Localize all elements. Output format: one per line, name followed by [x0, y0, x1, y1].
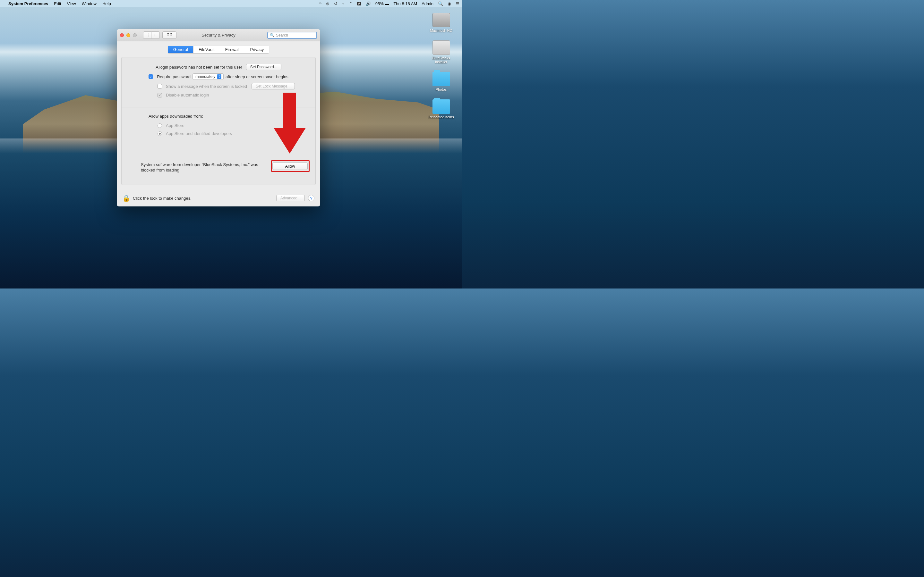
- creative-cloud-icon[interactable]: ⊚: [326, 1, 330, 6]
- wifi-icon[interactable]: ⌃: [349, 1, 352, 6]
- notification-center-icon[interactable]: ☰: [456, 1, 459, 6]
- tab-privacy[interactable]: Privacy: [245, 46, 270, 53]
- spotlight-icon[interactable]: 🔍: [438, 1, 443, 6]
- icon-label: Photos: [436, 87, 447, 91]
- search-icon: 🔍: [270, 33, 275, 37]
- chevron-updown-icon: ▲▼: [217, 74, 221, 79]
- blocked-software-message: System software from developer “BlueStac…: [141, 162, 263, 173]
- window-footer: 🔒 Click the lock to make changes. Advanc…: [117, 190, 320, 206]
- hard-drive-icon: [433, 13, 450, 27]
- password-delay-select[interactable]: immediately ▲▼: [192, 73, 224, 80]
- menu-view[interactable]: View: [67, 1, 76, 6]
- desktop-icon-macintosh-hd[interactable]: Macintosh HD: [427, 13, 456, 32]
- zoom-window-button: [133, 33, 137, 37]
- menubar: System Preferences Edit View Window Help…: [0, 0, 462, 7]
- menu-edit[interactable]: Edit: [54, 1, 61, 6]
- clock[interactable]: Thu 8:18 AM: [393, 1, 417, 6]
- show-message-checkbox: [158, 84, 162, 89]
- login-password-message: A login password has not been set for th…: [156, 65, 242, 69]
- input-source-icon[interactable]: A: [357, 2, 361, 5]
- annotation-arrow-icon: [274, 93, 306, 157]
- minimize-window-button[interactable]: [126, 33, 130, 37]
- menu-help[interactable]: Help: [102, 1, 111, 6]
- menu-window[interactable]: Window: [82, 1, 97, 6]
- radio-app-store-label: App Store: [166, 123, 184, 128]
- desktop-icon-bluestacks-installer[interactable]: BlueStacks Installer: [427, 40, 456, 64]
- forward-button[interactable]: 〉: [152, 31, 160, 39]
- search-input[interactable]: 🔍 Search: [267, 32, 317, 39]
- window-titlebar[interactable]: 〈 〉 ⠿⠿ Security & Privacy 🔍 Search: [117, 29, 320, 41]
- general-panel: A login password has not been set for th…: [121, 57, 316, 185]
- radio-identified-label: App Store and identified developers: [166, 131, 232, 136]
- allow-button[interactable]: Allow: [272, 163, 308, 170]
- installer-icon: [433, 40, 450, 55]
- disable-auto-login-checkbox: ✓: [158, 93, 162, 97]
- lock-message: Click the lock to make changes.: [133, 196, 192, 201]
- tab-bar: General FileVault Firewall Privacy: [168, 46, 269, 53]
- folder-icon: [433, 99, 450, 114]
- desktop-icons-column: Macintosh HD BlueStacks Installer Photos…: [427, 13, 456, 119]
- disable-auto-login-label: Disable automatic login: [166, 93, 209, 97]
- back-button[interactable]: 〈: [143, 31, 152, 39]
- search-placeholder: Search: [276, 33, 288, 37]
- radio-identified-developers: [158, 131, 162, 136]
- desktop-icon-photos[interactable]: Photos: [427, 72, 456, 91]
- volume-icon[interactable]: 🔊: [366, 1, 371, 6]
- require-password-checkbox[interactable]: ✓: [149, 74, 153, 79]
- desktop-icon-relocated-items[interactable]: Relocated Items: [427, 99, 456, 119]
- user-menu[interactable]: Admin: [422, 1, 433, 6]
- help-button[interactable]: ?: [308, 195, 314, 201]
- advanced-button[interactable]: Advanced...: [276, 195, 305, 201]
- require-password-label-pre: Require password: [157, 74, 191, 79]
- battery-status[interactable]: 95% ▬: [375, 1, 389, 6]
- security-privacy-window: 〈 〉 ⠿⠿ Security & Privacy 🔍 Search Gener…: [117, 29, 320, 206]
- icon-label: Relocated Items: [428, 115, 454, 119]
- siri-icon[interactable]: ◉: [447, 1, 451, 6]
- tab-filevault[interactable]: FileVault: [193, 46, 220, 53]
- radio-app-store: [158, 123, 162, 128]
- tab-firewall[interactable]: Firewall: [220, 46, 245, 53]
- tab-general[interactable]: General: [168, 46, 193, 53]
- icon-label: Macintosh HD: [430, 29, 452, 32]
- lock-icon[interactable]: 🔒: [123, 194, 129, 202]
- wifi-status-icon[interactable]: ⌔: [319, 1, 321, 6]
- window-title: Security & Privacy: [202, 33, 235, 37]
- bluetooth-icon[interactable]: ⌁: [342, 1, 344, 6]
- show-all-button[interactable]: ⠿⠿: [162, 31, 176, 39]
- show-message-label: Show a message when the screen is locked: [166, 84, 247, 89]
- close-window-button[interactable]: [120, 33, 124, 37]
- app-menu[interactable]: System Preferences: [8, 1, 48, 6]
- icon-label: BlueStacks Installer: [427, 56, 456, 64]
- require-password-label-post: after sleep or screen saver begins: [226, 74, 288, 79]
- time-machine-icon[interactable]: ↺: [334, 1, 338, 6]
- set-lock-message-button: Set Lock Message...: [252, 83, 295, 89]
- folder-icon: [433, 72, 450, 86]
- set-password-button[interactable]: Set Password...: [246, 64, 281, 70]
